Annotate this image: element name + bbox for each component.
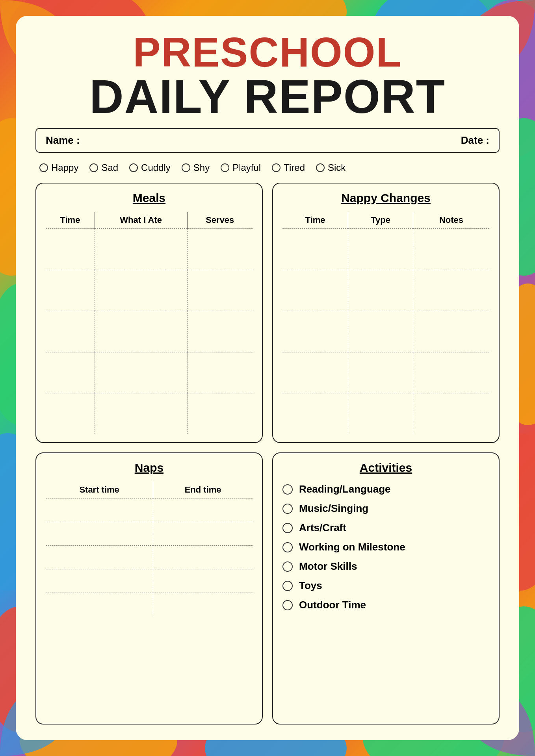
mood-sick-circle[interactable] — [316, 163, 325, 172]
activity-circle-milestone[interactable] — [282, 542, 293, 552]
table-row — [46, 546, 253, 569]
mood-tired-label: Tired — [284, 162, 305, 173]
mood-sad[interactable]: Sad — [89, 162, 118, 173]
activity-circle-outdoor[interactable] — [282, 600, 293, 610]
mood-playful-circle[interactable] — [221, 163, 229, 172]
naps-title: Naps — [46, 461, 253, 474]
mood-shy[interactable]: Shy — [182, 162, 210, 173]
mood-happy-circle[interactable] — [39, 163, 48, 172]
mood-cuddly-circle[interactable] — [129, 163, 138, 172]
table-row — [282, 393, 489, 435]
nappy-section: Nappy Changes Time Type Notes — [272, 183, 500, 443]
activity-circle-arts[interactable] — [282, 523, 293, 533]
meals-col-time: Time — [46, 212, 95, 229]
activity-label-milestone: Working on Milestone — [299, 541, 405, 553]
activity-label-motor: Motor Skills — [299, 560, 357, 573]
table-row — [46, 498, 253, 522]
activity-motor[interactable]: Motor Skills — [282, 560, 489, 573]
meals-section: Meals Time What I Ate Serves — [35, 183, 263, 443]
table-row — [46, 569, 253, 593]
table-row — [282, 352, 489, 393]
nappy-table: Time Type Notes — [282, 212, 489, 434]
activity-circle-music[interactable] — [282, 504, 293, 514]
table-row — [46, 229, 253, 270]
table-row — [46, 522, 253, 546]
table-row — [282, 229, 489, 270]
name-section: Name : — [46, 134, 268, 146]
mood-cuddly[interactable]: Cuddly — [129, 162, 171, 173]
nappy-col-notes: Notes — [413, 212, 489, 229]
mood-row: Happy Sad Cuddly Shy Playful Tired Sick — [35, 161, 500, 175]
naps-table: Start time End time — [46, 482, 253, 617]
mood-tired-circle[interactable] — [272, 163, 281, 172]
activity-milestone[interactable]: Working on Milestone — [282, 541, 489, 553]
table-row — [46, 393, 253, 435]
mood-cuddly-label: Cuddly — [141, 162, 171, 173]
mood-shy-label: Shy — [193, 162, 210, 173]
mood-happy-label: Happy — [51, 162, 78, 173]
mood-tired[interactable]: Tired — [272, 162, 305, 173]
table-row — [46, 593, 253, 617]
name-label: Name : — [46, 134, 80, 146]
meals-col-what: What I Ate — [95, 212, 187, 229]
title-block: PRESCHOOL DAILY REPORT — [35, 32, 500, 120]
activities-title: Activities — [282, 461, 489, 474]
table-row — [282, 311, 489, 352]
nappy-title: Nappy Changes — [282, 191, 489, 205]
date-section: Date : — [268, 134, 489, 146]
mood-sick-label: Sick — [328, 162, 346, 173]
title-preschool: PRESCHOOL — [35, 32, 500, 73]
sections-grid: Meals Time What I Ate Serves — [35, 183, 500, 724]
activity-label-arts: Arts/Craft — [299, 522, 346, 534]
naps-col-end: End time — [153, 482, 253, 498]
mood-happy[interactable]: Happy — [39, 162, 78, 173]
activity-label-toys: Toys — [299, 580, 322, 592]
mood-playful[interactable]: Playful — [221, 162, 261, 173]
table-row — [46, 352, 253, 393]
activity-circle-toys[interactable] — [282, 581, 293, 591]
mood-playful-label: Playful — [232, 162, 261, 173]
activities-list: Reading/Language Music/Singing Arts/Craf… — [282, 483, 489, 611]
naps-section: Naps Start time End time — [35, 452, 263, 724]
activity-toys[interactable]: Toys — [282, 580, 489, 592]
meals-col-serves: Serves — [187, 212, 253, 229]
meals-title: Meals — [46, 191, 253, 205]
mood-shy-circle[interactable] — [182, 163, 190, 172]
table-row — [46, 270, 253, 311]
mood-sad-circle[interactable] — [89, 163, 98, 172]
naps-col-start: Start time — [46, 482, 153, 498]
nappy-col-time: Time — [282, 212, 348, 229]
date-label: Date : — [461, 134, 489, 146]
activity-reading[interactable]: Reading/Language — [282, 483, 489, 495]
activity-circle-motor[interactable] — [282, 561, 293, 572]
name-date-row: Name : Date : — [35, 128, 500, 153]
nappy-col-type: Type — [348, 212, 413, 229]
table-row — [46, 311, 253, 352]
activity-music[interactable]: Music/Singing — [282, 502, 489, 515]
activity-arts[interactable]: Arts/Craft — [282, 522, 489, 534]
meals-table: Time What I Ate Serves — [46, 212, 253, 434]
activity-label-outdoor: Outdoor Time — [299, 599, 366, 611]
mood-sad-label: Sad — [101, 162, 118, 173]
mood-sick[interactable]: Sick — [316, 162, 346, 173]
activity-outdoor[interactable]: Outdoor Time — [282, 599, 489, 611]
table-row — [282, 270, 489, 311]
activity-label-reading: Reading/Language — [299, 483, 391, 495]
main-card: PRESCHOOL DAILY REPORT Name : Date : Hap… — [16, 16, 519, 740]
activities-section: Activities Reading/Language Music/Singin… — [272, 452, 500, 724]
activity-circle-reading[interactable] — [282, 484, 293, 495]
title-daily: DAILY REPORT — [35, 73, 500, 120]
activity-label-music: Music/Singing — [299, 502, 368, 515]
